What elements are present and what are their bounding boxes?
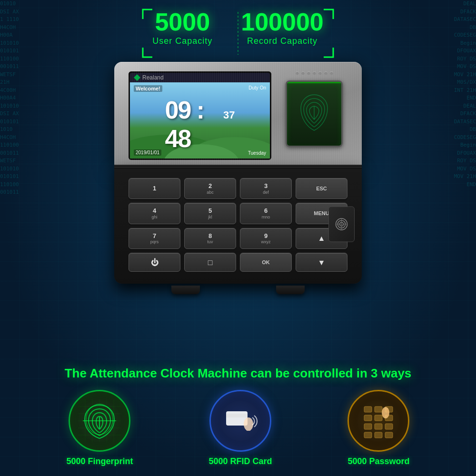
svg-point-39 [382,407,389,418]
key-8[interactable]: 8tuv [184,228,236,249]
password-icon [357,399,400,442]
rfid-area [328,207,355,242]
user-capacity-label: User Capacity [152,36,212,46]
key-power[interactable]: ⏻ [129,253,180,272]
user-capacity-box: 5000 User Capacity [152,10,212,46]
indicator-dots [296,71,333,75]
key-6[interactable]: 6mno [240,203,292,224]
svg-rect-27 [364,407,372,412]
fingerprint-icon [78,399,121,442]
feature-fingerprint: 5000 Fingerprint [66,390,133,466]
screen-time-seconds: 37 [223,109,235,121]
screen-duty-text: Duty On [248,85,266,90]
svg-rect-35 [385,424,393,429]
fingerprint-scanner[interactable] [286,80,343,147]
svg-rect-36 [364,432,372,438]
device-top-body: Realand Welcome! Duty On 09 : 48 [114,62,362,165]
user-capacity-number: 5000 [152,10,212,34]
fingerprint-circle [69,390,130,452]
dot-3 [307,71,310,75]
dot-7 [330,71,333,75]
brand-label: Realand [134,74,164,81]
foot-right [276,286,305,294]
record-capacity-number: 100000 [241,10,324,34]
svg-rect-26 [246,421,251,431]
dot-5 [318,71,322,75]
dot-4 [313,71,316,75]
screen-display: Welcome! Duty On 09 : 48 37 2019/01/01 T… [130,82,270,159]
headline-text: The Attendance Clock Machine can be cont… [0,366,476,381]
svg-rect-28 [375,407,382,412]
svg-rect-38 [385,432,393,438]
rfid-label: 5000 RFID Card [208,456,272,466]
brand-logo [134,74,140,81]
screen-header: Realand [130,73,270,82]
foot-left [171,286,200,294]
record-capacity-label: Record Capacity [241,36,324,46]
capacity-section: 5000 User Capacity 100000 Record Capacit… [152,10,324,46]
feature-password: 5000 Password [347,390,409,466]
device-keypad-body: 1 2abc 3def ESC 4ghi 5jkl 6mno MENU 7pqr… [114,165,362,284]
svg-rect-31 [375,415,382,421]
svg-rect-33 [364,424,372,429]
screen-time-main: 09 : 48 [165,96,223,153]
features-section: 5000 Fingerprint 5000 RFID Card [0,390,476,466]
screen-time: 09 : 48 37 [165,96,235,153]
dot-1 [296,71,299,75]
key-7[interactable]: 7pqrs [129,228,180,249]
fingerprint-area [281,71,347,147]
key-square[interactable]: □ [184,253,236,272]
rfid-circle [209,390,271,452]
keypad-grid: 1 2abc 3def ESC 4ghi 5jkl 6mno MENU 7pqr… [129,178,347,272]
fingerprint-label: 5000 Fingerprint [66,456,133,466]
key-down[interactable]: ▼ [296,253,347,272]
svg-rect-37 [375,432,382,438]
key-9[interactable]: 9wxyz [240,228,292,249]
dot-6 [324,71,327,75]
rfid-icon [333,216,350,233]
screen-day: Tuesday [248,150,266,156]
rfid-card-icon [219,399,262,442]
key-1[interactable]: 1 [129,178,180,199]
key-4[interactable]: 4ghi [129,203,180,224]
device-feet [114,284,362,296]
svg-rect-30 [364,415,372,421]
svg-rect-24 [226,414,248,417]
key-2[interactable]: 2abc [184,178,236,199]
feature-rfid: 5000 RFID Card [208,390,272,466]
key-ok[interactable]: OK [240,253,292,272]
device-screen-container: Realand Welcome! Duty On 09 : 48 [129,71,271,160]
password-label: 5000 Password [347,456,409,466]
password-circle [347,390,409,452]
screen-date: 2019/01/01 [134,149,161,156]
key-3[interactable]: 3def [240,178,292,199]
fingerprint-scanner-icon [295,90,333,138]
key-esc[interactable]: ESC [296,178,347,199]
screen-welcome-text: Welcome! [134,85,162,92]
headline-section: The Attendance Clock Machine can be cont… [0,366,476,381]
key-5[interactable]: 5jkl [184,203,236,224]
device-container: Realand Welcome! Duty On 09 : 48 [114,62,362,296]
record-capacity-box: 100000 Record Capacity [241,10,324,46]
dot-2 [301,71,305,75]
svg-rect-34 [375,424,382,429]
